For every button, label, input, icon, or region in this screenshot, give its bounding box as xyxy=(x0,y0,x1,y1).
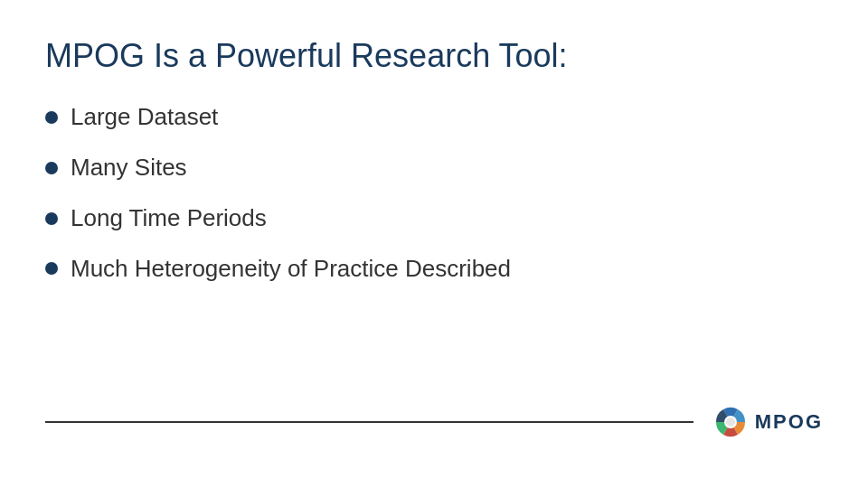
bullet-dot xyxy=(45,212,58,225)
bullet-dot xyxy=(45,262,58,275)
logo-container: MPOG xyxy=(712,403,823,441)
mpog-logo-icon xyxy=(712,403,750,441)
bullet-dot xyxy=(45,162,58,174)
bottom-line xyxy=(45,421,693,423)
bullet-text: Long Time Periods xyxy=(71,203,267,234)
slide-title: MPOG Is a Powerful Research Tool: xyxy=(45,36,823,75)
bullet-text: Large Dataset xyxy=(71,102,218,133)
bullet-list: Large Dataset Many Sites Long Time Perio… xyxy=(45,102,823,284)
list-item: Large Dataset xyxy=(45,102,823,133)
bullet-text: Many Sites xyxy=(71,153,187,183)
list-item: Much Heterogeneity of Practice Described xyxy=(45,254,823,285)
logo-text: MPOG xyxy=(755,410,823,434)
slide: MPOG Is a Powerful Research Tool: Large … xyxy=(0,0,868,488)
list-item: Many Sites xyxy=(45,153,823,183)
bullet-text: Much Heterogeneity of Practice Described xyxy=(71,254,511,285)
bullet-dot xyxy=(45,111,58,124)
bottom-bar: MPOG xyxy=(45,403,823,441)
list-item: Long Time Periods xyxy=(45,203,823,234)
svg-point-1 xyxy=(726,418,735,427)
